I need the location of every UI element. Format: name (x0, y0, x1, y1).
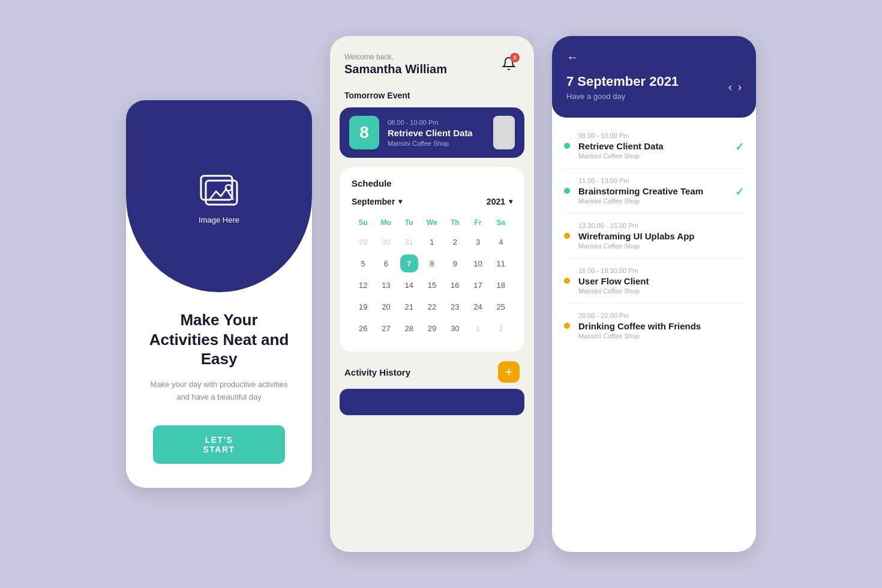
year-dropdown[interactable]: 2021 ▾ (487, 197, 512, 206)
event-title-5: Drinking Coffee with Friends (578, 321, 744, 331)
cal-day[interactable]: 15 (423, 276, 441, 294)
prev-date-button[interactable]: ‹ (728, 81, 732, 94)
cal-day[interactable]: 14 (400, 276, 418, 294)
event-location-1: Marisini Coffee Shop (578, 152, 727, 160)
event-title-3: Wireframing UI Uplabs App (578, 231, 744, 241)
cal-day[interactable]: 30 (446, 319, 464, 337)
welcome-text-block: Welcome back, Samantha William (344, 53, 447, 76)
cal-day[interactable]: 30 (377, 233, 395, 251)
calendar-row-1: 5 6 7 8 9 10 11 (352, 254, 512, 272)
cal-day[interactable]: 8 (423, 254, 441, 272)
event-title-4: User Flow Client (578, 276, 744, 286)
calendar-row-4: 26 27 28 29 30 1 2 (352, 319, 512, 337)
cal-header-mo: Mo (374, 216, 397, 229)
cal-day[interactable]: 4 (492, 233, 510, 251)
cal-day[interactable]: 23 (446, 298, 464, 316)
event-location: Marisini Coffee Shop (388, 140, 485, 147)
event-dot-3 (564, 233, 570, 239)
event-card-image (493, 116, 515, 149)
event-info: 08.00 - 10.00 Pm Retrieve Client Data Ma… (388, 119, 485, 147)
event-item-1[interactable]: 08.00 - 10.00 Pm Retrieve Client Data Ma… (564, 124, 744, 169)
cal-day[interactable]: 29 (354, 233, 372, 251)
event-item-4[interactable]: 16.00 - 18.30.00 Pm User Flow Client Mar… (564, 259, 744, 304)
event-item-info-1: 08.00 - 10.00 Pm Retrieve Client Data Ma… (578, 132, 727, 160)
date-info: 7 September 2021 Have a good day (566, 74, 679, 101)
lets-start-button[interactable]: LET'S START (153, 425, 285, 464)
next-date-button[interactable]: › (738, 81, 742, 94)
event-dot-2 (564, 188, 570, 194)
cal-day[interactable]: 28 (400, 319, 418, 337)
image-placeholder: Image Here (195, 169, 243, 224)
tomorrow-event-label: Tomorrow Event (330, 86, 534, 107)
event-title-1: Retrieve Client Data (578, 141, 727, 151)
event-time-4: 16.00 - 18.30.00 Pm (578, 267, 744, 274)
cal-day[interactable]: 10 (469, 254, 487, 272)
cal-day[interactable]: 1 (469, 319, 487, 337)
cal-header-tu: Tu (398, 216, 421, 229)
screen-home: Welcome back, Samantha William 2 Tomorro… (330, 36, 534, 552)
cal-day[interactable]: 17 (469, 276, 487, 294)
back-arrow-icon[interactable]: ← (566, 50, 578, 64)
cal-day-selected[interactable]: 7 (400, 254, 418, 272)
month-dropdown-arrow: ▾ (398, 197, 402, 206)
event-dot-1 (564, 143, 570, 149)
cal-day[interactable]: 26 (354, 319, 372, 337)
notification-bell[interactable]: 2 (498, 53, 520, 74)
back-row: ← (566, 50, 742, 64)
cal-day[interactable]: 9 (446, 254, 464, 272)
event-date-badge: 8 (349, 116, 379, 149)
cal-day[interactable]: 18 (492, 276, 510, 294)
event-title-2: Brainstorming Creative Team (578, 186, 727, 196)
year-dropdown-arrow: ▾ (509, 197, 512, 206)
cal-day[interactable]: 31 (400, 233, 418, 251)
event-title: Retrieve Client Data (388, 128, 485, 138)
calendar-row-0: 29 30 31 1 2 3 4 (352, 233, 512, 251)
welcome-label: Welcome back, (344, 53, 447, 61)
onboarding-subheadline: Make your day with productive activities… (144, 379, 294, 404)
cal-day[interactable]: 2 (446, 233, 464, 251)
add-activity-button[interactable]: + (498, 361, 520, 383)
event-time: 08.00 - 10.00 Pm (388, 119, 485, 126)
event-dot-5 (564, 323, 570, 329)
cal-day[interactable]: 11 (492, 254, 510, 272)
calendar-grid: Su Mo Tu We Th Fr Sa 29 30 31 1 2 3 4 5 (352, 216, 512, 337)
cal-day[interactable]: 27 (377, 319, 395, 337)
onboarding-header: Image Here (126, 100, 312, 292)
cal-day[interactable]: 20 (377, 298, 395, 316)
event-item-3[interactable]: 13.30.00 - 15.00 Pm Wireframing UI Uplab… (564, 214, 744, 259)
detail-header: ← 7 September 2021 Have a good day ‹ › (552, 36, 756, 118)
onboarding-headline: Make Your Activities Neat and Easy (144, 310, 294, 369)
events-list: 08.00 - 10.00 Pm Retrieve Client Data Ma… (552, 118, 756, 552)
month-dropdown[interactable]: September ▾ (352, 197, 402, 206)
tomorrow-event-card[interactable]: 8 08.00 - 10.00 Pm Retrieve Client Data … (340, 107, 524, 158)
month-year-row: September ▾ 2021 ▾ (352, 197, 512, 206)
cal-day[interactable]: 25 (492, 298, 510, 316)
cal-day[interactable]: 22 (423, 298, 441, 316)
month-label: September (352, 197, 395, 206)
event-item-info-3: 13.30.00 - 15.00 Pm Wireframing UI Uplab… (578, 222, 744, 250)
event-time-3: 13.30.00 - 15.00 Pm (578, 222, 744, 229)
cal-day[interactable]: 6 (377, 254, 395, 272)
event-location-3: Marisini Coffee Shop (578, 242, 744, 250)
cal-header-th: Th (443, 216, 466, 229)
cal-day[interactable]: 3 (469, 233, 487, 251)
cal-day[interactable]: 19 (354, 298, 372, 316)
cal-day[interactable]: 5 (354, 254, 372, 272)
event-location-4: Marisini Coffee Shop (578, 287, 744, 295)
cal-day[interactable]: 16 (446, 276, 464, 294)
cal-day[interactable]: 2 (492, 319, 510, 337)
event-item-2[interactable]: 11.00 - 13.00 Pm Brainstorming Creative … (564, 169, 744, 214)
cal-day[interactable]: 24 (469, 298, 487, 316)
cal-day[interactable]: 1 (423, 233, 441, 251)
cal-day[interactable]: 13 (377, 276, 395, 294)
activity-history-label: Activity History (344, 367, 410, 377)
image-placeholder-label: Image Here (199, 215, 239, 224)
event-dot-4 (564, 278, 570, 284)
user-name: Samantha William (344, 62, 447, 76)
cal-day[interactable]: 21 (400, 298, 418, 316)
cal-day[interactable]: 12 (354, 276, 372, 294)
cal-day[interactable]: 29 (423, 319, 441, 337)
event-item-5[interactable]: 20.00 - 22.00 Pm Drinking Coffee with Fr… (564, 304, 744, 348)
date-nav-arrows: ‹ › (728, 81, 742, 94)
cal-header-su: Su (352, 216, 374, 229)
